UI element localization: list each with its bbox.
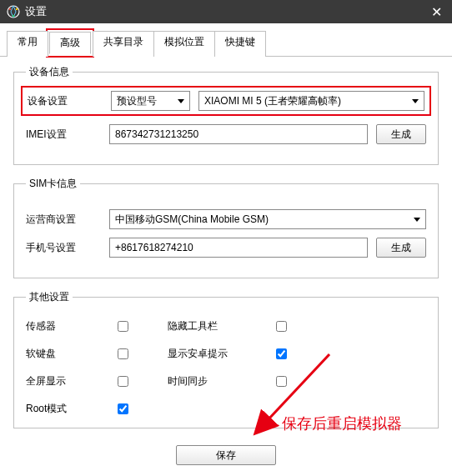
imei-value: 867342731213250 <box>115 128 198 140</box>
sensor-checkbox[interactable] <box>118 321 128 332</box>
tab-advanced[interactable]: 高级 <box>49 32 91 54</box>
imei-label: IMEI设置 <box>26 128 101 142</box>
carrier-dropdown[interactable]: 中国移动GSM(China Mobile GSM) <box>109 209 426 229</box>
app-logo-icon <box>7 5 20 18</box>
show-android-tip-checkbox[interactable] <box>276 348 287 359</box>
imei-row: IMEI设置 867342731213250 生成 <box>26 124 426 144</box>
fullscreen-label: 全屏显示 <box>26 374 118 388</box>
hide-toolbar-checkbox[interactable] <box>276 321 287 332</box>
soft-keyboard-checkbox[interactable] <box>118 348 128 359</box>
tab-bar: 常用 高级 共享目录 模拟位置 快捷键 <box>0 23 452 57</box>
save-area: 保存 <box>13 440 439 473</box>
device-info-legend: 设备信息 <box>26 65 73 79</box>
tab-common[interactable]: 常用 <box>7 31 48 57</box>
hide-toolbar-label: 隐藏工具栏 <box>168 319 276 333</box>
svg-point-3 <box>13 15 15 18</box>
device-info-group: 设备信息 设备设置 预设型号 XIAOMI MI 5 (王者荣耀高帧率) IME… <box>13 65 439 165</box>
phone-input[interactable]: +8617618274210 <box>109 238 368 258</box>
time-sync-checkbox[interactable] <box>276 376 287 387</box>
soft-keyboard-label: 软键盘 <box>26 347 118 361</box>
sensor-label: 传感器 <box>26 319 118 333</box>
phone-value: +8617618274210 <box>115 242 193 253</box>
chevron-down-icon <box>178 99 184 103</box>
svg-point-1 <box>9 8 12 11</box>
tab-shared-dir[interactable]: 共享目录 <box>93 31 154 57</box>
show-android-tip-label: 显示安卓提示 <box>168 347 276 361</box>
imei-generate-button[interactable]: 生成 <box>376 124 426 144</box>
other-settings-legend: 其他设置 <box>26 290 73 304</box>
content-area: 设备信息 设备设置 预设型号 XIAOMI MI 5 (王者荣耀高帧率) IME… <box>0 57 452 473</box>
tab-mock-location[interactable]: 模拟位置 <box>153 31 215 57</box>
device-model-value: XIAOMI MI 5 (王者荣耀高帧率) <box>204 94 341 108</box>
carrier-value: 中国移动GSM(China Mobile GSM) <box>115 213 269 227</box>
phone-generate-button[interactable]: 生成 <box>376 238 426 258</box>
sim-info-group: SIM卡信息 运营商设置 中国移动GSM(China Mobile GSM) 手… <box>13 177 439 278</box>
preset-model-value: 预设型号 <box>117 94 157 108</box>
phone-row: 手机号设置 +8617618274210 生成 <box>26 238 426 258</box>
svg-point-2 <box>16 8 18 11</box>
other-settings-group: 其他设置 传感器 隐藏工具栏 软键盘 显示安卓提示 全屏显示 时间同步 Root… <box>13 290 439 428</box>
highlight-advanced-tab: 高级 <box>46 28 94 58</box>
chevron-down-icon <box>414 218 420 222</box>
annotation-text: 保存后重启模拟器 <box>282 413 402 433</box>
carrier-label: 运营商设置 <box>26 213 101 227</box>
chevron-down-icon <box>412 99 419 103</box>
tab-hotkeys[interactable]: 快捷键 <box>214 31 266 57</box>
phone-label: 手机号设置 <box>26 241 101 255</box>
device-model-dropdown[interactable]: XIAOMI MI 5 (王者荣耀高帧率) <box>198 91 424 111</box>
device-setting-label: 设备设置 <box>28 94 103 108</box>
imei-input[interactable]: 867342731213250 <box>109 124 368 144</box>
window-title: 设置 <box>25 4 428 19</box>
close-icon[interactable]: ✕ <box>428 4 445 20</box>
titlebar: 设置 ✕ <box>0 0 452 23</box>
root-mode-checkbox[interactable] <box>118 403 128 414</box>
root-mode-label: Root模式 <box>26 402 118 416</box>
save-button[interactable]: 保存 <box>176 445 276 465</box>
device-setting-row: 设备设置 预设型号 XIAOMI MI 5 (王者荣耀高帧率) <box>21 86 431 116</box>
carrier-row: 运营商设置 中国移动GSM(China Mobile GSM) <box>26 209 426 229</box>
time-sync-label: 时间同步 <box>168 374 276 388</box>
fullscreen-checkbox[interactable] <box>118 376 128 387</box>
sim-info-legend: SIM卡信息 <box>26 177 80 191</box>
preset-model-dropdown[interactable]: 预设型号 <box>111 91 190 111</box>
